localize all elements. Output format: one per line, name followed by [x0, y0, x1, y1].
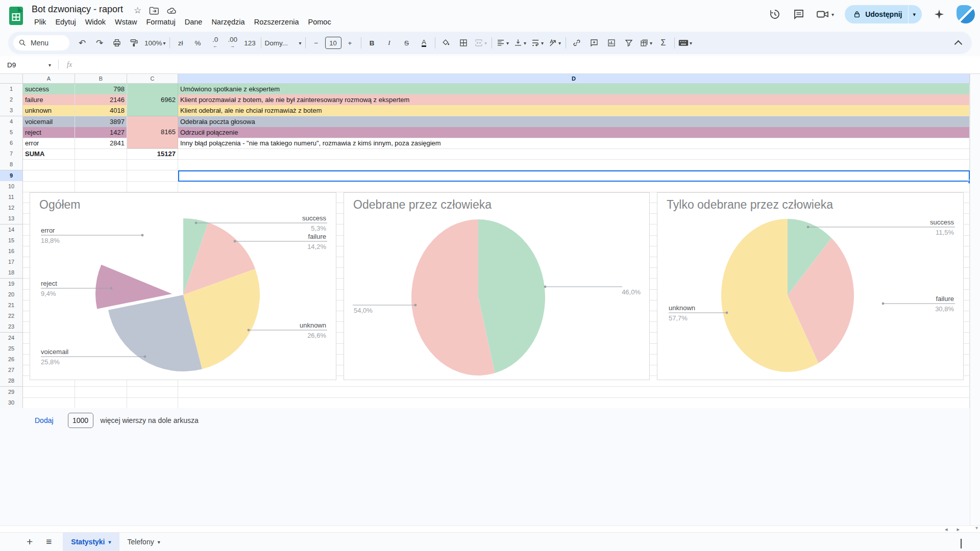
cell-C10[interactable] — [127, 181, 178, 192]
menu-plik[interactable]: Plik — [30, 16, 51, 28]
cell-C30[interactable] — [127, 397, 178, 409]
row-header-27[interactable]: 27 — [0, 365, 23, 376]
selection-D9[interactable] — [178, 170, 970, 182]
row-header-9[interactable]: 9 — [0, 170, 23, 182]
insert-chart-button[interactable] — [603, 36, 620, 50]
table-tools-button[interactable]: ▾ — [638, 36, 655, 50]
column-header-B[interactable]: B — [75, 74, 127, 84]
input-tools-button[interactable]: ▾ — [677, 36, 694, 50]
row-header-8[interactable]: 8 — [0, 159, 23, 170]
cell-A10[interactable] — [23, 181, 75, 192]
merge-cells-button[interactable]: ▾ — [472, 36, 489, 50]
cell-B9[interactable] — [75, 170, 127, 182]
move-folder-icon[interactable] — [149, 6, 159, 16]
collapse-panel-button[interactable] — [961, 539, 962, 548]
row-header-28[interactable]: 28 — [0, 375, 23, 387]
row-header-7[interactable]: 7 — [0, 148, 23, 160]
undo-button[interactable]: ↶ — [74, 36, 91, 50]
cell-D7[interactable] — [178, 148, 970, 160]
cell-D2[interactable]: Klient porozmawiał z botem, ale nie był … — [178, 94, 970, 106]
italic-button[interactable]: I — [381, 36, 398, 50]
cell-B8[interactable] — [75, 159, 127, 170]
cell-A8[interactable] — [23, 159, 75, 170]
menu-edytuj[interactable]: Edytuj — [51, 16, 80, 28]
font-family-select[interactable]: Domy... ▾ — [263, 36, 303, 50]
sheets-logo-icon[interactable] — [9, 7, 23, 25]
cell-B7[interactable] — [75, 148, 127, 160]
vertical-scrollbar[interactable] — [970, 74, 980, 525]
row-header-4[interactable]: 4 — [0, 116, 23, 128]
row-header-3[interactable]: 3 — [0, 105, 23, 116]
number-format-button[interactable]: 123 — [241, 36, 259, 50]
format-currency-button[interactable]: zł — [172, 36, 189, 50]
name-box[interactable]: D9 ▾ — [0, 61, 55, 69]
cell-D5[interactable]: Odrzucił połączenie — [178, 127, 970, 138]
row-header-13[interactable]: 13 — [0, 213, 23, 224]
row-header-1[interactable]: 1 — [0, 84, 23, 95]
menu-rozszerzenia[interactable]: Rozszerzenia — [250, 16, 304, 28]
text-rotation-button[interactable]: ▾ — [546, 36, 564, 50]
meet-presenation-button[interactable]: ▾ — [816, 8, 834, 20]
create-filter-button[interactable] — [620, 36, 638, 50]
menu-pomoc[interactable]: Pomoc — [304, 16, 336, 28]
menu-widok[interactable]: Widok — [81, 16, 110, 28]
borders-button[interactable] — [455, 36, 472, 50]
chart-odebrane-przez-człowieka[interactable]: Odebrane przez człowieka46,0%54,0% — [344, 192, 650, 380]
add-rows-count-input[interactable] — [68, 413, 93, 428]
row-header-12[interactable]: 12 — [0, 203, 23, 214]
fill-color-button[interactable] — [437, 36, 455, 50]
scroll-right-icon[interactable]: ▸ — [957, 526, 960, 533]
row-header-6[interactable]: 6 — [0, 138, 23, 149]
column-header-D[interactable]: D — [178, 74, 970, 84]
menu-narzędzia[interactable]: Narzędzia — [207, 16, 249, 28]
row-header-25[interactable]: 25 — [0, 343, 23, 355]
cell-A29[interactable] — [23, 387, 75, 398]
chart-tylko-odebrane-przez-człowieka[interactable]: Tylko odebrane przez człowiekasuccess11,… — [657, 192, 964, 380]
cell-C7[interactable]: 15127 — [127, 148, 178, 160]
row-header-30[interactable]: 30 — [0, 397, 23, 409]
cell-D1[interactable]: Umówiono spotkanie z ekspertem — [178, 84, 970, 95]
merged-cell-C1-C3[interactable]: 6962 — [127, 84, 178, 116]
row-header-16[interactable]: 16 — [0, 246, 23, 257]
font-size-input[interactable]: 10 — [325, 37, 341, 49]
cell-D10[interactable] — [178, 181, 970, 192]
row-header-5[interactable]: 5 — [0, 127, 23, 138]
row-header-26[interactable]: 26 — [0, 354, 23, 365]
document-title[interactable]: Bot dzwoniący - raport — [32, 4, 123, 15]
row-header-2[interactable]: 2 — [0, 94, 23, 106]
all-sheets-button[interactable]: ≡ — [46, 536, 52, 547]
cell-A5[interactable]: reject — [23, 127, 75, 138]
cell-A9[interactable] — [23, 170, 75, 182]
cell-C29[interactable] — [127, 387, 178, 398]
cell-B5[interactable]: 1427 — [75, 127, 127, 138]
zoom-select[interactable]: 100% ▾ — [143, 36, 167, 50]
cell-D4[interactable]: Odebrała poczta głosowa — [178, 116, 970, 128]
row-header-14[interactable]: 14 — [0, 224, 23, 236]
format-percent-button[interactable]: % — [189, 36, 207, 50]
cell-C8[interactable] — [127, 159, 178, 170]
row-header-19[interactable]: 19 — [0, 279, 23, 290]
hide-toolbar-button[interactable] — [949, 36, 967, 50]
scroll-left-icon[interactable]: ◂ — [945, 526, 948, 533]
text-wrap-button[interactable]: ▾ — [529, 36, 546, 50]
cell-D29[interactable] — [178, 387, 970, 398]
account-avatar[interactable] — [957, 5, 975, 23]
cell-A7[interactable]: SUMA — [23, 148, 75, 160]
chart-ogółem[interactable]: Ogółemsuccess5,3%failure14,2%unknown26,6… — [30, 192, 336, 380]
share-button[interactable]: Udostępnij ▾ — [845, 5, 922, 23]
scrollbar-corner-dropdown-icon[interactable]: ▾ — [975, 525, 978, 531]
cell-A30[interactable] — [23, 397, 75, 409]
cell-A1[interactable]: success — [23, 84, 75, 95]
text-color-button[interactable]: A — [415, 36, 433, 50]
cell-D3[interactable]: Klient odebrał, ale nie chciał rozmawiaż… — [178, 105, 970, 116]
sheet-tab-dropdown-icon[interactable]: ▾ — [109, 539, 111, 545]
menu-dane[interactable]: Dane — [180, 16, 207, 28]
decrease-font-size-button[interactable]: − — [308, 36, 325, 50]
select-all-corner[interactable] — [0, 74, 23, 84]
strikethrough-button[interactable]: S — [398, 36, 415, 50]
merged-cell-C4-C6[interactable]: 8165 — [127, 116, 178, 149]
sheet-tab-dropdown-icon[interactable]: ▾ — [158, 539, 160, 545]
cell-B6[interactable]: 2841 — [75, 138, 127, 149]
gemini-sparkle-icon[interactable] — [933, 8, 946, 21]
cell-B30[interactable] — [75, 397, 127, 409]
